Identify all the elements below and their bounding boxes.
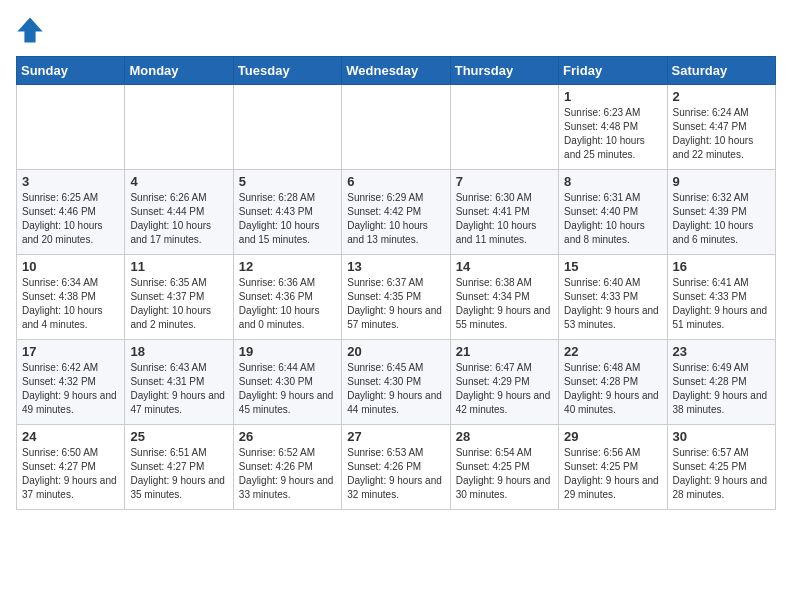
day-info: Sunrise: 6:32 AM Sunset: 4:39 PM Dayligh… [673,191,770,247]
calendar-cell: 7Sunrise: 6:30 AM Sunset: 4:41 PM Daylig… [450,170,558,255]
calendar-cell: 29Sunrise: 6:56 AM Sunset: 4:25 PM Dayli… [559,425,667,510]
day-info: Sunrise: 6:40 AM Sunset: 4:33 PM Dayligh… [564,276,661,332]
day-number: 9 [673,174,770,189]
day-info: Sunrise: 6:54 AM Sunset: 4:25 PM Dayligh… [456,446,553,502]
day-number: 15 [564,259,661,274]
day-number: 10 [22,259,119,274]
calendar-cell: 6Sunrise: 6:29 AM Sunset: 4:42 PM Daylig… [342,170,450,255]
calendar-cell [450,85,558,170]
calendar-cell: 17Sunrise: 6:42 AM Sunset: 4:32 PM Dayli… [17,340,125,425]
day-info: Sunrise: 6:57 AM Sunset: 4:25 PM Dayligh… [673,446,770,502]
day-number: 1 [564,89,661,104]
day-info: Sunrise: 6:52 AM Sunset: 4:26 PM Dayligh… [239,446,336,502]
calendar-cell: 9Sunrise: 6:32 AM Sunset: 4:39 PM Daylig… [667,170,775,255]
day-number: 13 [347,259,444,274]
day-number: 30 [673,429,770,444]
calendar-cell: 18Sunrise: 6:43 AM Sunset: 4:31 PM Dayli… [125,340,233,425]
calendar-week-row: 3Sunrise: 6:25 AM Sunset: 4:46 PM Daylig… [17,170,776,255]
day-number: 20 [347,344,444,359]
calendar-cell: 13Sunrise: 6:37 AM Sunset: 4:35 PM Dayli… [342,255,450,340]
calendar-cell [17,85,125,170]
calendar-cell: 2Sunrise: 6:24 AM Sunset: 4:47 PM Daylig… [667,85,775,170]
calendar-cell [233,85,341,170]
calendar-week-row: 10Sunrise: 6:34 AM Sunset: 4:38 PM Dayli… [17,255,776,340]
day-info: Sunrise: 6:49 AM Sunset: 4:28 PM Dayligh… [673,361,770,417]
day-number: 4 [130,174,227,189]
day-number: 3 [22,174,119,189]
day-info: Sunrise: 6:28 AM Sunset: 4:43 PM Dayligh… [239,191,336,247]
day-info: Sunrise: 6:50 AM Sunset: 4:27 PM Dayligh… [22,446,119,502]
calendar-week-row: 1Sunrise: 6:23 AM Sunset: 4:48 PM Daylig… [17,85,776,170]
day-info: Sunrise: 6:23 AM Sunset: 4:48 PM Dayligh… [564,106,661,162]
calendar-table: SundayMondayTuesdayWednesdayThursdayFrid… [16,56,776,510]
weekday-header-saturday: Saturday [667,57,775,85]
day-number: 29 [564,429,661,444]
day-info: Sunrise: 6:31 AM Sunset: 4:40 PM Dayligh… [564,191,661,247]
day-info: Sunrise: 6:56 AM Sunset: 4:25 PM Dayligh… [564,446,661,502]
calendar-cell [125,85,233,170]
day-number: 7 [456,174,553,189]
day-info: Sunrise: 6:24 AM Sunset: 4:47 PM Dayligh… [673,106,770,162]
logo [16,16,48,44]
calendar-cell: 26Sunrise: 6:52 AM Sunset: 4:26 PM Dayli… [233,425,341,510]
day-info: Sunrise: 6:48 AM Sunset: 4:28 PM Dayligh… [564,361,661,417]
calendar-cell: 21Sunrise: 6:47 AM Sunset: 4:29 PM Dayli… [450,340,558,425]
day-number: 26 [239,429,336,444]
weekday-header-wednesday: Wednesday [342,57,450,85]
day-info: Sunrise: 6:38 AM Sunset: 4:34 PM Dayligh… [456,276,553,332]
day-number: 8 [564,174,661,189]
day-number: 22 [564,344,661,359]
day-number: 6 [347,174,444,189]
day-number: 11 [130,259,227,274]
day-info: Sunrise: 6:26 AM Sunset: 4:44 PM Dayligh… [130,191,227,247]
day-number: 23 [673,344,770,359]
day-number: 24 [22,429,119,444]
calendar-cell: 3Sunrise: 6:25 AM Sunset: 4:46 PM Daylig… [17,170,125,255]
day-number: 12 [239,259,336,274]
calendar-cell: 25Sunrise: 6:51 AM Sunset: 4:27 PM Dayli… [125,425,233,510]
day-info: Sunrise: 6:25 AM Sunset: 4:46 PM Dayligh… [22,191,119,247]
day-info: Sunrise: 6:47 AM Sunset: 4:29 PM Dayligh… [456,361,553,417]
day-info: Sunrise: 6:35 AM Sunset: 4:37 PM Dayligh… [130,276,227,332]
calendar-cell: 10Sunrise: 6:34 AM Sunset: 4:38 PM Dayli… [17,255,125,340]
day-info: Sunrise: 6:36 AM Sunset: 4:36 PM Dayligh… [239,276,336,332]
day-number: 18 [130,344,227,359]
weekday-header-monday: Monday [125,57,233,85]
day-number: 14 [456,259,553,274]
calendar-cell [342,85,450,170]
day-number: 28 [456,429,553,444]
calendar-cell: 5Sunrise: 6:28 AM Sunset: 4:43 PM Daylig… [233,170,341,255]
calendar-cell: 15Sunrise: 6:40 AM Sunset: 4:33 PM Dayli… [559,255,667,340]
weekday-header-thursday: Thursday [450,57,558,85]
day-info: Sunrise: 6:43 AM Sunset: 4:31 PM Dayligh… [130,361,227,417]
day-number: 16 [673,259,770,274]
weekday-header-sunday: Sunday [17,57,125,85]
day-number: 27 [347,429,444,444]
calendar-cell: 30Sunrise: 6:57 AM Sunset: 4:25 PM Dayli… [667,425,775,510]
calendar-cell: 28Sunrise: 6:54 AM Sunset: 4:25 PM Dayli… [450,425,558,510]
calendar-cell: 23Sunrise: 6:49 AM Sunset: 4:28 PM Dayli… [667,340,775,425]
calendar-cell: 12Sunrise: 6:36 AM Sunset: 4:36 PM Dayli… [233,255,341,340]
calendar-cell: 22Sunrise: 6:48 AM Sunset: 4:28 PM Dayli… [559,340,667,425]
day-info: Sunrise: 6:30 AM Sunset: 4:41 PM Dayligh… [456,191,553,247]
weekday-header-tuesday: Tuesday [233,57,341,85]
calendar-cell: 24Sunrise: 6:50 AM Sunset: 4:27 PM Dayli… [17,425,125,510]
day-info: Sunrise: 6:44 AM Sunset: 4:30 PM Dayligh… [239,361,336,417]
logo-icon [16,16,44,44]
day-info: Sunrise: 6:53 AM Sunset: 4:26 PM Dayligh… [347,446,444,502]
day-info: Sunrise: 6:37 AM Sunset: 4:35 PM Dayligh… [347,276,444,332]
calendar-cell: 11Sunrise: 6:35 AM Sunset: 4:37 PM Dayli… [125,255,233,340]
day-info: Sunrise: 6:41 AM Sunset: 4:33 PM Dayligh… [673,276,770,332]
day-number: 25 [130,429,227,444]
day-number: 19 [239,344,336,359]
day-info: Sunrise: 6:45 AM Sunset: 4:30 PM Dayligh… [347,361,444,417]
calendar-cell: 16Sunrise: 6:41 AM Sunset: 4:33 PM Dayli… [667,255,775,340]
calendar-cell: 27Sunrise: 6:53 AM Sunset: 4:26 PM Dayli… [342,425,450,510]
day-number: 2 [673,89,770,104]
day-number: 5 [239,174,336,189]
day-number: 21 [456,344,553,359]
calendar-week-row: 24Sunrise: 6:50 AM Sunset: 4:27 PM Dayli… [17,425,776,510]
svg-marker-0 [17,17,42,42]
calendar-week-row: 17Sunrise: 6:42 AM Sunset: 4:32 PM Dayli… [17,340,776,425]
calendar-cell: 8Sunrise: 6:31 AM Sunset: 4:40 PM Daylig… [559,170,667,255]
